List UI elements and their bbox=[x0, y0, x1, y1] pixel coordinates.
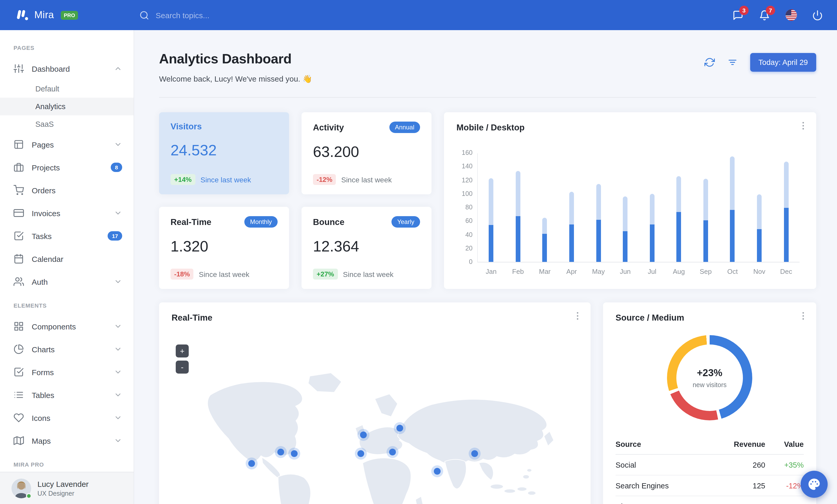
user-name: Lucy Lavender bbox=[37, 479, 89, 488]
bar-segment-desktop bbox=[542, 218, 547, 234]
x-axis-label: Nov bbox=[753, 267, 765, 275]
bar-segment-mobile bbox=[516, 216, 520, 262]
sidebar-item-charts[interactable]: Charts bbox=[0, 338, 133, 360]
source-table-row: Social260+35% bbox=[616, 455, 804, 475]
filter-icon bbox=[727, 57, 738, 68]
calendar-icon bbox=[14, 254, 24, 264]
stat-value: 1.320 bbox=[171, 238, 278, 255]
sidebar-subitem-saas[interactable]: SaaS bbox=[0, 115, 133, 133]
main-content: Analytics Dashboard Welcome back, Lucy! … bbox=[134, 30, 837, 504]
sidebar-item-components[interactable]: Components bbox=[0, 315, 133, 338]
map-marker[interactable] bbox=[277, 449, 284, 455]
map-marker[interactable] bbox=[471, 450, 478, 457]
sidebar-item-calendar[interactable]: Calendar bbox=[0, 247, 133, 270]
sidebar: PAGESDashboardDefaultAnalyticsSaaSPagesP… bbox=[0, 30, 134, 504]
stat-note: Since last week bbox=[343, 270, 394, 278]
sidebar-item-label: Charts bbox=[32, 345, 55, 354]
chevron-down-icon bbox=[114, 345, 122, 353]
sidebar-item-pages[interactable]: Pages bbox=[0, 133, 133, 156]
sidebar-item-label: Forms bbox=[32, 368, 54, 376]
check-square-icon bbox=[14, 231, 24, 241]
sidebar-item-tables[interactable]: Tables bbox=[0, 384, 133, 406]
bar-segment-mobile bbox=[784, 208, 788, 262]
mobile-desktop-chart-card: Mobile / Desktop 020406080100120140160Ja… bbox=[444, 112, 816, 289]
filter-button[interactable] bbox=[727, 57, 739, 68]
sidebar-item-maps[interactable]: Maps bbox=[0, 429, 133, 452]
source-menu-button[interactable] bbox=[798, 311, 809, 322]
brand[interactable]: Mira PRO bbox=[16, 8, 78, 22]
y-axis-tick: 140 bbox=[457, 163, 473, 170]
world-map: + - bbox=[172, 330, 578, 504]
source-revenue: 125 bbox=[718, 481, 765, 490]
search-input[interactable] bbox=[156, 11, 281, 19]
chevron-down-icon bbox=[114, 436, 122, 445]
source-value: +35% bbox=[765, 461, 804, 469]
map-marker[interactable] bbox=[434, 468, 441, 475]
sidebar-item-label: Maps bbox=[32, 436, 51, 445]
date-range-button[interactable]: Today: April 29 bbox=[750, 53, 816, 72]
refresh-button[interactable] bbox=[705, 57, 716, 68]
stat-card-bounce: BounceYearly12.364+27%Since last week bbox=[302, 207, 431, 289]
stat-period-badge[interactable]: Annual bbox=[389, 122, 420, 133]
source-name: Social bbox=[616, 461, 718, 469]
refresh-icon bbox=[705, 57, 715, 68]
sidebar-item-invoices[interactable]: Invoices bbox=[0, 202, 133, 224]
map-marker[interactable] bbox=[291, 450, 298, 457]
bar-segment-desktop bbox=[677, 176, 681, 212]
sidebar-item-label: Invoices bbox=[32, 209, 60, 218]
donut-center-label: new visitors bbox=[693, 381, 727, 388]
sidebar-item-forms[interactable]: Forms bbox=[0, 360, 133, 384]
bar-segment-mobile bbox=[569, 224, 574, 262]
sidebar-item-orders[interactable]: Orders bbox=[0, 179, 133, 202]
map-marker[interactable] bbox=[358, 450, 364, 457]
sidebar-item-tasks[interactable]: Tasks17 bbox=[0, 224, 133, 247]
sidebar-section-label: ELEMENTS bbox=[0, 293, 133, 315]
bar-apr: Apr bbox=[569, 153, 574, 262]
user-card[interactable]: Lucy Lavender UX Designer bbox=[0, 472, 133, 504]
messages-button[interactable]: 3 bbox=[732, 10, 744, 21]
bar-segment-mobile bbox=[677, 212, 681, 262]
bar-segment-mobile bbox=[730, 210, 735, 262]
map-zoom-in-button[interactable]: + bbox=[176, 344, 189, 357]
bar-segment-desktop bbox=[623, 197, 627, 231]
bar-segment-mobile bbox=[650, 224, 655, 262]
map-marker[interactable] bbox=[248, 460, 255, 467]
map-zoom-out-button[interactable]: - bbox=[176, 360, 189, 374]
theme-settings-fab[interactable] bbox=[801, 471, 827, 498]
sidebar-subitem-analytics[interactable]: Analytics bbox=[0, 98, 133, 115]
bar-segment-desktop bbox=[650, 194, 655, 224]
stat-period-badge[interactable]: Monthly bbox=[244, 216, 278, 228]
x-axis-label: Sep bbox=[700, 267, 712, 275]
stat-period-badge[interactable]: Yearly bbox=[391, 216, 420, 228]
header-actions: Today: April 29 bbox=[705, 51, 816, 72]
briefcase-icon bbox=[14, 162, 24, 172]
map-marker[interactable] bbox=[397, 425, 404, 431]
stat-title: Visitors bbox=[171, 122, 202, 131]
sidebar-subitem-default[interactable]: Default bbox=[0, 80, 133, 98]
stats-grid: Visitors24.532+14%Since last weekActivit… bbox=[159, 112, 431, 289]
stat-note: Since last week bbox=[200, 175, 251, 184]
map-icon bbox=[14, 435, 24, 446]
chevron-down-icon bbox=[114, 322, 122, 331]
map-marker[interactable] bbox=[360, 431, 367, 438]
navbar-actions: 3 7 bbox=[732, 10, 823, 21]
notifications-button[interactable]: 7 bbox=[759, 10, 770, 21]
sidebar-item-auth[interactable]: Auth bbox=[0, 270, 133, 293]
map-menu-button[interactable] bbox=[572, 311, 583, 322]
y-axis-tick: 60 bbox=[457, 218, 473, 225]
kebab-icon bbox=[798, 311, 808, 321]
stat-value: 24.532 bbox=[171, 142, 278, 159]
map-title: Real-Time bbox=[172, 313, 578, 323]
sidebar-item-icons[interactable]: Icons bbox=[0, 406, 133, 429]
chevron-down-icon bbox=[114, 368, 122, 376]
logout-button[interactable] bbox=[812, 10, 823, 21]
map-marker[interactable] bbox=[389, 449, 396, 455]
sidebar-item-projects[interactable]: Projects8 bbox=[0, 156, 133, 179]
bar-nov: Nov bbox=[757, 153, 762, 262]
bar-sep: Sep bbox=[704, 153, 708, 262]
bar-segment-desktop bbox=[757, 194, 762, 229]
chart-menu-button[interactable] bbox=[798, 120, 809, 132]
language-button[interactable] bbox=[785, 10, 797, 21]
sidebar-item-dashboard[interactable]: Dashboard bbox=[0, 57, 133, 80]
bar-segment-mobile bbox=[596, 220, 601, 262]
